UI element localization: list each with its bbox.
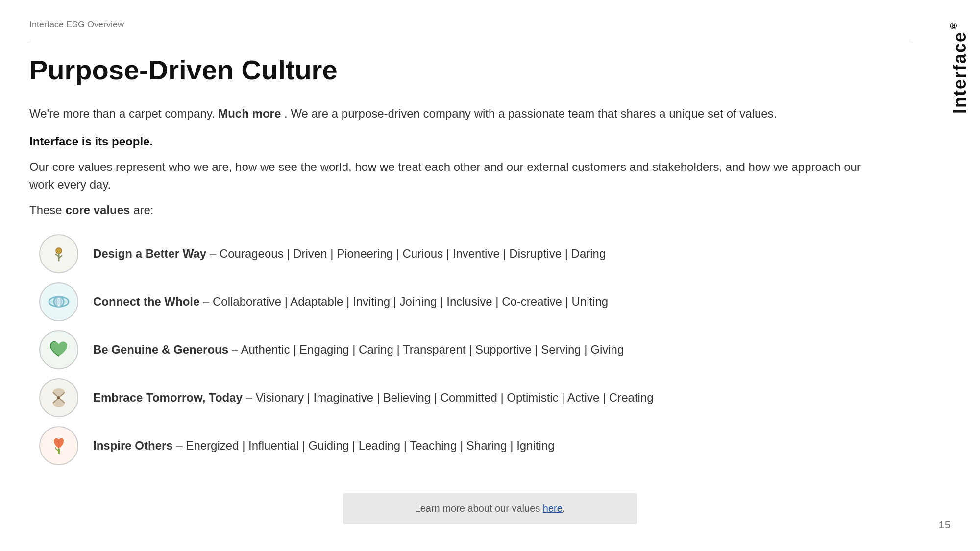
intro-normal-text: We're more than a carpet company. bbox=[29, 107, 215, 120]
value-item-inspire: Inspire Others – Energized | Influential… bbox=[39, 426, 941, 465]
embrace-bold: Embrace Tomorrow, Today bbox=[93, 391, 243, 404]
embrace-icon bbox=[39, 378, 78, 417]
connect-rest: – Collaborative | Adaptable | Inviting |… bbox=[203, 295, 608, 308]
design-icon bbox=[39, 234, 78, 273]
svg-point-7 bbox=[53, 388, 65, 396]
footer-link[interactable]: here bbox=[543, 503, 563, 514]
body-paragraph: Our core values represent who we are, ho… bbox=[29, 158, 862, 193]
intro-rest-text: . We are a purpose-driven company with a… bbox=[284, 107, 777, 120]
value-item-embrace: Embrace Tomorrow, Today – Visionary | Im… bbox=[39, 378, 941, 417]
embrace-text: Embrace Tomorrow, Today – Visionary | Im… bbox=[93, 389, 654, 406]
svg-rect-10 bbox=[58, 448, 60, 454]
breadcrumb: Interface ESG Overview bbox=[29, 20, 124, 30]
intro-paragraph: We're more than a carpet company. Much m… bbox=[29, 105, 813, 122]
genuine-bold: Be Genuine & Generous bbox=[93, 343, 228, 356]
design-bold: Design a Better Way bbox=[93, 247, 206, 260]
page-title: Purpose-Driven Culture bbox=[29, 55, 941, 85]
top-divider bbox=[29, 40, 911, 40]
intro-bold-text: Much more bbox=[218, 107, 281, 120]
values-intro-bold: core values bbox=[65, 203, 130, 216]
interface-logo: Interface® bbox=[948, 20, 970, 114]
genuine-rest: – Authentic | Engaging | Caring | Transp… bbox=[232, 343, 624, 356]
embrace-rest: – Visionary | Imaginative | Believing | … bbox=[246, 391, 654, 404]
footer-link-bar: Learn more about our values here. bbox=[343, 493, 637, 524]
values-intro-rest: are: bbox=[130, 203, 153, 216]
page-container: Interface ESG Overview Interface® Purpos… bbox=[0, 0, 980, 551]
inspire-bold: Inspire Others bbox=[93, 439, 173, 452]
footer-text-after: . bbox=[563, 503, 565, 514]
genuine-icon bbox=[39, 330, 78, 369]
connect-icon bbox=[39, 282, 78, 321]
footer-text-before: Learn more about our values bbox=[415, 503, 543, 514]
values-intro: These core values are: bbox=[29, 203, 941, 217]
value-item-design: Design a Better Way – Courageous | Drive… bbox=[39, 234, 941, 273]
values-list: Design a Better Way – Courageous | Drive… bbox=[29, 234, 941, 465]
inspire-text: Inspire Others – Energized | Influential… bbox=[93, 437, 555, 454]
page-number: 15 bbox=[939, 519, 951, 531]
value-item-genuine: Be Genuine & Generous – Authentic | Enga… bbox=[39, 330, 941, 369]
connect-text: Connect the Whole – Collaborative | Adap… bbox=[93, 293, 608, 310]
inspire-icon bbox=[39, 426, 78, 465]
values-intro-normal: These bbox=[29, 203, 65, 216]
top-bar: Interface ESG Overview bbox=[29, 20, 941, 30]
subtitle-text: Interface is its people. bbox=[29, 135, 941, 148]
genuine-text: Be Genuine & Generous – Authentic | Enga… bbox=[93, 341, 624, 358]
svg-point-0 bbox=[56, 248, 62, 254]
svg-point-9 bbox=[57, 396, 60, 399]
design-rest: – Courageous | Driven | Pioneering | Cur… bbox=[210, 247, 606, 260]
design-text: Design a Better Way – Courageous | Drive… bbox=[93, 245, 606, 262]
svg-point-8 bbox=[53, 399, 65, 407]
value-item-connect: Connect the Whole – Collaborative | Adap… bbox=[39, 282, 941, 321]
connect-bold: Connect the Whole bbox=[93, 295, 199, 308]
inspire-rest: – Energized | Influential | Guiding | Le… bbox=[176, 439, 554, 452]
